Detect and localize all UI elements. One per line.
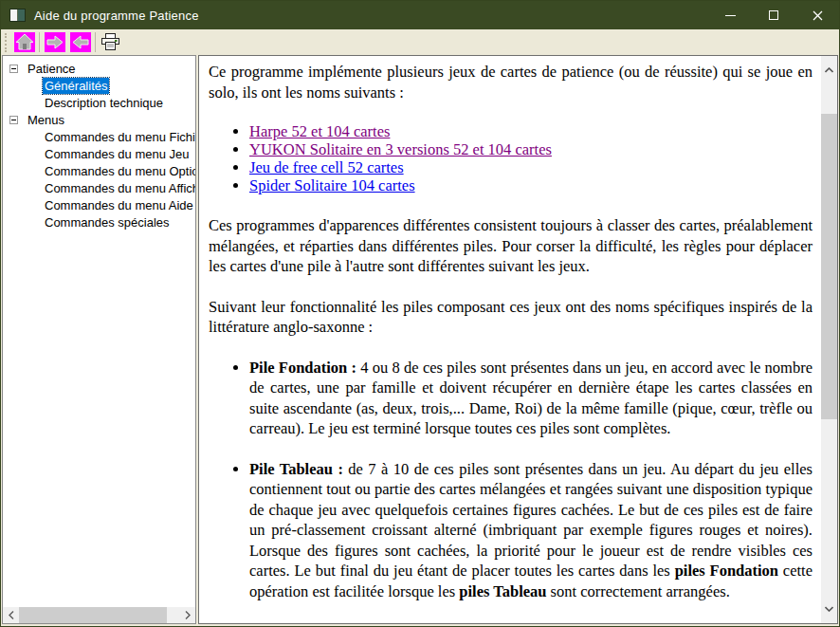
tree-item-menu-jeu[interactable]: Commandes du menu Jeu [3, 145, 195, 162]
scroll-up-button[interactable] [821, 58, 837, 83]
tree-item-menu-fichier[interactable]: Commandes du menu Fichier [3, 128, 195, 145]
pile-tableau-term: Pile Tableau : [249, 460, 348, 478]
tree-item-generalites[interactable]: Généralités [3, 77, 195, 94]
list-item: Jeu de free cell 52 cartes [249, 158, 813, 176]
scroll-right-button[interactable] [179, 607, 195, 623]
close-icon [813, 10, 823, 21]
minimize-button[interactable] [708, 1, 752, 29]
link-spider[interactable]: Spider Solitaire 104 cartes [249, 176, 415, 194]
window-title: Aide du programme Patience [34, 9, 199, 23]
scroll-down-button[interactable] [821, 597, 837, 621]
toc-tree: Patience Généralités Description techniq… [3, 56, 195, 607]
intro-paragraph: Ce programme implémente plusieurs jeux d… [209, 62, 813, 102]
tree-item-menu-affichage[interactable]: Commandes du menu Afficha [3, 179, 195, 196]
home-icon [14, 32, 35, 52]
maximize-button[interactable] [752, 1, 795, 29]
chevron-down-icon [825, 606, 833, 612]
sidebar-horizontal-scrollbar[interactable] [3, 607, 195, 623]
main-area: Patience Généralités Description techniq… [1, 55, 839, 626]
window-controls [708, 1, 839, 29]
vertical-scrollbar-thumb[interactable] [821, 114, 837, 419]
forward-button[interactable] [42, 31, 67, 54]
list-item-stock: Pile Stock : c'est une ou plusieurs pile… [249, 621, 813, 623]
toolbar-separator [95, 32, 96, 52]
toc-sidebar: Patience Généralités Description techniq… [2, 55, 196, 624]
paragraph-2: Ces programmes d'apparences différentes … [209, 215, 813, 277]
back-button[interactable] [67, 31, 93, 54]
home-button[interactable] [11, 31, 37, 54]
pile-stock-term: Pile Stock : [249, 622, 329, 623]
list-item-fondation: Pile Fondation : 4 ou 8 de ces piles son… [249, 358, 813, 439]
tree-item-menu-option[interactable]: Commandes du menu Option [3, 162, 195, 179]
forward-icon [45, 32, 65, 52]
tree-item-commandes-speciales[interactable]: Commandes spéciales [3, 213, 195, 231]
list-item-tableau: Pile Tableau : de 7 à 10 de ces piles so… [249, 459, 813, 602]
chevron-left-icon [9, 611, 14, 619]
scroll-left-button[interactable] [3, 607, 19, 623]
minimize-icon [725, 15, 736, 16]
pile-definitions-list: Pile Fondation : 4 ou 8 de ces piles son… [209, 358, 813, 624]
list-item: Spider Solitaire 104 cartes [249, 176, 813, 194]
horizontal-scrollbar-thumb[interactable] [19, 607, 167, 623]
list-item: Harpe 52 et 104 cartes [249, 122, 813, 140]
tree-item-menus[interactable]: Menus [3, 111, 195, 128]
print-button[interactable] [98, 31, 123, 54]
maximize-icon [769, 10, 778, 20]
tree-item-description-technique[interactable]: Description technique [3, 94, 195, 111]
link-harpe[interactable]: Harpe 52 et 104 cartes [249, 122, 390, 140]
content-vertical-scrollbar[interactable] [821, 56, 837, 623]
toolbar-gripper[interactable] [5, 33, 7, 52]
tree-item-menu-aide[interactable]: Commandes du menu Aide [3, 196, 195, 213]
close-button[interactable] [795, 1, 839, 29]
game-links-list: Harpe 52 et 104 cartes YUKON Solitaire e… [209, 122, 813, 194]
toolbar-separator [39, 32, 40, 52]
help-content-panel: Ce programme implémente plusieurs jeux d… [198, 55, 838, 624]
list-item: YUKON Solitaire en 3 versions 52 et 104 … [249, 140, 813, 158]
link-freecell[interactable]: Jeu de free cell 52 cartes [249, 158, 404, 176]
tree-item-patience[interactable]: Patience [3, 60, 195, 77]
back-icon [70, 32, 91, 52]
collapse-icon[interactable] [9, 65, 18, 73]
app-icon [9, 9, 26, 22]
help-window: Aide du programme Patience [0, 0, 840, 627]
toolbar [1, 29, 839, 55]
collapse-icon[interactable] [9, 116, 18, 124]
print-icon [100, 33, 120, 51]
chevron-right-icon [185, 611, 191, 619]
help-article: Ce programme implémente plusieurs jeux d… [199, 56, 821, 623]
chevron-up-icon [825, 67, 833, 73]
titlebar: Aide du programme Patience [1, 1, 839, 29]
paragraph-3: Suivant leur fonctionnalité les piles co… [209, 297, 813, 338]
pile-fondation-term: Pile Fondation : [249, 359, 360, 377]
link-yukon[interactable]: YUKON Solitaire en 3 versions 52 et 104 … [249, 140, 552, 158]
